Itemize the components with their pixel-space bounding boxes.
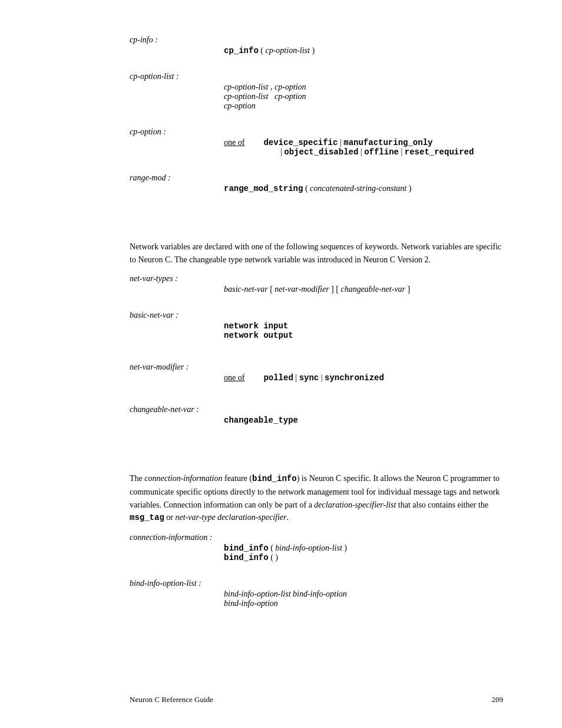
footer-left: Neuron C Reference Guide [130,695,213,704]
grammar-block-cp-option: cp-option : one of device_specific | man… [130,127,503,157]
paragraph-bind-info: The connection-information feature (bind… [130,472,503,525]
grammar-block-net-var-types: net-var-types : basic-net-var [ net-var-… [130,274,503,294]
rule-content-basic-net-var: network input network output [224,321,503,340]
rule-label-range-mod: range-mod : [130,173,503,183]
grammar-block-cp-option-list: cp-option-list : cp-option-list , cp-opt… [130,72,503,111]
grammar-block-changeable-net-var: changeable-net-var : changeable_type [130,405,503,425]
rule-content-cp-option-list: cp-option-list , cp-option cp-option-lis… [224,83,503,111]
rule-label-basic-net-var: basic-net-var : [130,311,503,320]
grammar-block-cp-info: cp-info : cp_info ( cp-option-list ) [130,35,503,55]
rule-label-net-var-types: net-var-types : [130,274,503,284]
rule-label-connection-information: connection-information : [130,533,503,542]
rule-content-bind-info-option-list: bind-info-option-list bind-info-option b… [224,589,503,608]
rule-content-changeable-net-var: changeable_type [224,416,503,425]
footer-right: 209 [492,695,504,704]
rule-content-cp-option: one of device_specific | manufacturing_o… [224,138,503,157]
grammar-block-range-mod: range-mod : range_mod_string ( concatena… [130,173,503,193]
rule-content-range-mod: range_mod_string ( concatenated-string-c… [224,184,503,193]
rule-label-changeable-net-var: changeable-net-var : [130,405,503,414]
page: cp-info : cp_info ( cp-option-list ) cp-… [0,0,562,728]
rule-label-cp-option: cp-option : [130,127,503,137]
grammar-block-basic-net-var: basic-net-var : network input network ou… [130,311,503,340]
rule-label-net-var-modifier: net-var-modifier : [130,363,503,372]
rule-label-cp-info: cp-info : [130,35,503,45]
rule-content-net-var-modifier: one of polled | sync | synchronized [224,373,503,383]
grammar-block-bind-info-option-list: bind-info-option-list : bind-info-option… [130,579,503,608]
grammar-block-connection-information: connection-information : bind_info ( bin… [130,533,503,562]
rule-content-net-var-types: basic-net-var [ net-var-modifier ] [ cha… [224,285,503,294]
rule-content-cp-info: cp_info ( cp-option-list ) [224,46,503,55]
rule-content-connection-information: bind_info ( bind-info-option-list ) bind… [224,543,503,562]
rule-label-bind-info-option-list: bind-info-option-list : [130,579,503,588]
footer: Neuron C Reference Guide 209 [130,695,503,704]
paragraph-network-vars: Network variables are declared with one … [130,241,503,266]
grammar-block-net-var-modifier: net-var-modifier : one of polled | sync … [130,363,503,383]
rule-label-cp-option-list: cp-option-list : [130,72,503,81]
